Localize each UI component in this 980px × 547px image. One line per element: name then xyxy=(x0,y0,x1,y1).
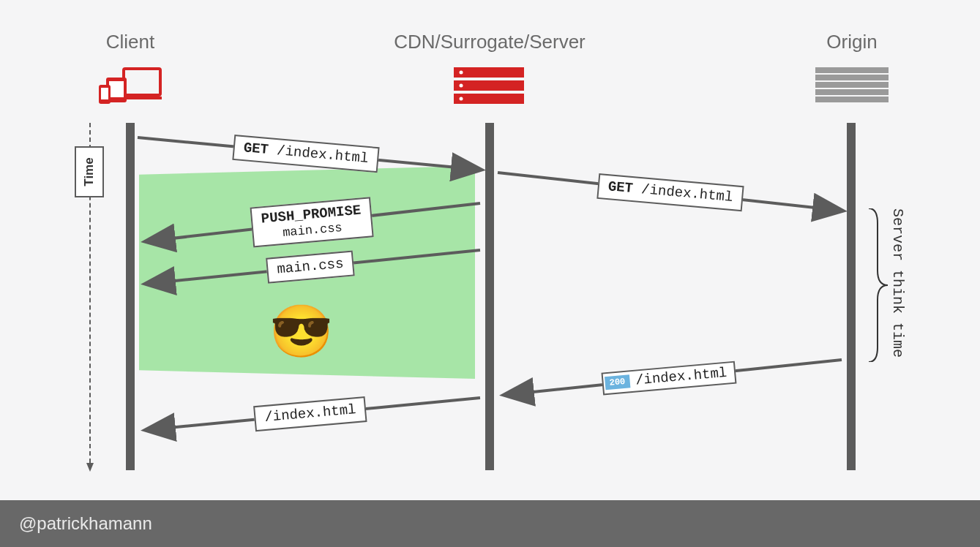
sunglasses-emoji: 😎 xyxy=(269,306,333,357)
lifeline-cdn xyxy=(485,123,494,470)
time-axis-label: Time xyxy=(75,146,104,197)
svg-rect-15 xyxy=(815,89,889,95)
svg-point-11 xyxy=(460,97,463,101)
svg-rect-8 xyxy=(454,94,524,104)
svg-point-10 xyxy=(460,84,463,88)
brace-icon xyxy=(867,208,889,362)
msg-200-index: 200/index.html xyxy=(601,361,736,396)
lifeline-origin xyxy=(847,123,856,470)
msg-index-response: /index.html xyxy=(253,396,367,431)
devices-icon xyxy=(99,67,162,110)
diagram-stage: Client CDN/Surrogate/Server Origin xyxy=(0,0,980,547)
svg-rect-12 xyxy=(815,67,889,73)
svg-rect-16 xyxy=(815,97,889,102)
msg-get-index-origin: GET /index.html xyxy=(596,173,744,211)
server-icon xyxy=(454,67,524,107)
svg-rect-7 xyxy=(454,80,524,91)
lifeline-client xyxy=(126,123,135,470)
column-header-cdn: CDN/Surrogate/Server xyxy=(394,31,586,53)
column-header-origin: Origin xyxy=(826,31,877,53)
server-think-time-label: Server think time xyxy=(889,208,906,358)
svg-rect-3 xyxy=(109,81,124,97)
svg-rect-13 xyxy=(815,75,889,80)
status-badge: 200 xyxy=(605,374,630,390)
svg-rect-0 xyxy=(124,69,160,95)
origin-server-icon xyxy=(815,67,889,107)
msg-get-index-client: GET /index.html xyxy=(232,135,379,173)
footer-bar: @patrickhamann xyxy=(0,500,980,547)
column-header-client: Client xyxy=(106,31,154,53)
svg-rect-5 xyxy=(101,88,108,99)
svg-rect-6 xyxy=(454,67,524,78)
author-handle: @patrickhamann xyxy=(19,513,152,534)
svg-rect-14 xyxy=(815,82,889,88)
svg-point-9 xyxy=(460,71,463,75)
